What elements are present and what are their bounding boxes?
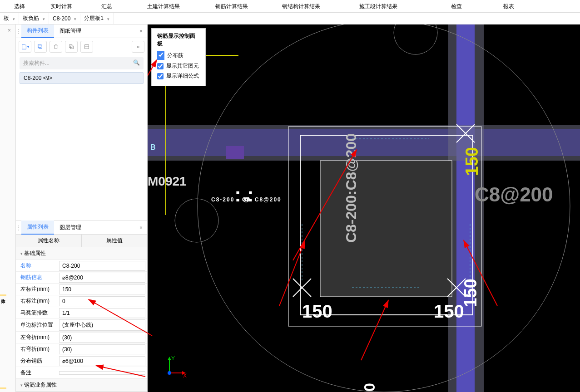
svg-text:X: X <box>183 372 187 378</box>
main-area: × 体验 体验 ⋮⋮ 构件列表 图纸管理 × ▾ » 搜索构件... <box>0 24 580 392</box>
prop-row: 备注 <box>16 367 147 379</box>
tag-left-1: 体验 <box>0 294 6 296</box>
svg-text:Y: Y <box>171 356 175 362</box>
prop-row: 右弯折(mm)(30) <box>16 343 147 355</box>
svg-rect-28 <box>226 146 244 159</box>
prop-name: 单边标注位置 <box>16 319 59 331</box>
canvas-drawing <box>148 24 580 392</box>
prop-row: 右标注(mm)0 <box>16 295 147 307</box>
axis-indicator: Y X <box>164 356 187 378</box>
more-icon[interactable]: » <box>132 41 144 53</box>
menu-bar: 选择实时计算汇总土建计算结果钢筋计算结果钢结构计算结果施工段计算结果检查报表 <box>0 0 580 13</box>
tag-left-2: 体验 <box>0 387 6 389</box>
menu-5[interactable]: 钢结构计算结果 <box>266 0 336 12</box>
close-icon[interactable]: × <box>135 225 147 231</box>
prop-value[interactable]: (支座中心线) <box>59 319 145 331</box>
search-input[interactable]: 搜索构件... 🔍 <box>20 57 144 69</box>
svg-rect-16 <box>320 161 452 297</box>
prop-row: 左标注(mm)150 <box>16 284 147 295</box>
svg-rect-8 <box>148 125 580 161</box>
upper-tabs: ⋮⋮ 构件列表 图纸管理 × <box>16 24 147 38</box>
svg-point-12 <box>394 24 437 54</box>
duplicate-icon[interactable] <box>65 41 78 53</box>
prop-value[interactable] <box>59 371 145 375</box>
close-icon[interactable]: × <box>8 27 11 34</box>
tab-drawing-mgmt[interactable]: 图纸管理 <box>54 24 87 38</box>
menu-0[interactable]: 选择 <box>0 0 39 12</box>
prop-name: 名称 <box>16 260 59 271</box>
prop-value[interactable]: ⌀8@200 <box>59 273 145 283</box>
checkbox-show-others[interactable]: 显示其它图元 <box>157 62 200 70</box>
svg-rect-9 <box>448 24 484 392</box>
canvas[interactable]: 钢筋显示控制面板 分布筋 显示其它图元 显示详细公式 <box>148 24 580 392</box>
svg-point-11 <box>175 199 218 242</box>
copy-icon[interactable] <box>34 41 47 53</box>
checkbox-dist-rebar[interactable]: 分布筋 <box>157 51 200 60</box>
section-basic[interactable]: 基础属性 <box>16 247 147 260</box>
prop-value[interactable]: 0 <box>59 296 145 306</box>
prop-name: 右弯折(mm) <box>16 343 59 355</box>
selector-rebar-type[interactable]: 板负筋 <box>19 13 49 24</box>
side-panel: ⋮⋮ 构件列表 图纸管理 × ▾ » 搜索构件... 🔍 C8-200 <9> <box>16 24 148 392</box>
selector-layer[interactable]: 分层板1 <box>80 13 114 24</box>
lower-tabs: ⋮⋮ 属性列表 图层管理 × <box>16 221 147 235</box>
prop-value[interactable]: 150 <box>59 284 145 294</box>
prop-value[interactable]: ⌀6@100 <box>59 356 145 366</box>
delete-icon[interactable] <box>50 41 62 53</box>
tab-component-list[interactable]: 构件列表 <box>21 24 54 38</box>
menu-4[interactable]: 钢筋计算结果 <box>198 0 266 12</box>
component-panel: ⋮⋮ 构件列表 图纸管理 × ▾ » 搜索构件... 🔍 C8-200 <9> <box>16 24 147 221</box>
menu-3[interactable]: 土建计算结果 <box>129 0 198 12</box>
list-item[interactable]: C8-200 <9> <box>20 72 144 84</box>
menu-7[interactable]: 检查 <box>420 0 493 12</box>
left-stub: × 体验 体验 <box>0 24 16 392</box>
layer-icon[interactable] <box>80 41 93 53</box>
properties-panel: ⋮⋮ 属性列表 图层管理 × 属性名称 属性值 基础属性 名称C8-200钢筋信… <box>16 221 147 392</box>
rebar-display-panel: 钢筋显示控制面板 分布筋 显示其它图元 显示详细公式 <box>151 28 206 86</box>
menu-2[interactable]: 汇总 <box>84 0 129 12</box>
tab-layer-mgmt[interactable]: 图层管理 <box>54 221 87 234</box>
component-toolbar: ▾ » <box>16 38 147 55</box>
drag-handle-icon[interactable]: ⋮⋮ <box>16 225 21 231</box>
prop-row: 单边标注位置(支座中心线) <box>16 319 147 332</box>
panel-title: 钢筋显示控制面板 <box>157 32 200 48</box>
prop-value[interactable]: (30) <box>59 344 145 354</box>
search-icon: 🔍 <box>133 59 140 67</box>
tab-properties[interactable]: 属性列表 <box>21 220 54 235</box>
prop-name: 右标注(mm) <box>16 295 59 307</box>
selector-board-type[interactable]: 板 <box>0 13 19 24</box>
prop-row: 左弯折(mm)(30) <box>16 332 147 343</box>
prop-row: 钢筋信息⌀8@200 <box>16 272 147 284</box>
prop-value[interactable]: 1/1 <box>59 308 145 318</box>
prop-name: 左弯折(mm) <box>16 332 59 343</box>
prop-header-value: 属性值 <box>82 235 147 247</box>
prop-row: 名称C8-200 <box>16 260 147 272</box>
selector-component[interactable]: C8-200 <box>49 14 80 24</box>
menu-8[interactable]: 报表 <box>493 0 525 12</box>
menu-1[interactable]: 实时计算 <box>39 0 84 12</box>
prop-header: 属性名称 属性值 <box>16 235 147 247</box>
checkbox-show-formula[interactable]: 显示详细公式 <box>157 72 200 80</box>
svg-rect-0 <box>39 45 42 49</box>
new-icon[interactable]: ▾ <box>19 41 31 53</box>
prop-value[interactable]: C8-200 <box>59 261 145 271</box>
svg-rect-1 <box>38 44 41 48</box>
prop-value[interactable]: (30) <box>59 333 145 343</box>
svg-point-36 <box>168 371 171 375</box>
prop-row: 分布钢筋⌀6@100 <box>16 355 147 367</box>
close-icon[interactable]: × <box>135 28 147 34</box>
prop-name: 备注 <box>16 367 59 378</box>
prop-header-name: 属性名称 <box>16 235 82 247</box>
prop-name: 马凳筋排数 <box>16 307 59 318</box>
drag-handle-icon[interactable]: ⋮⋮ <box>16 28 21 34</box>
prop-name: 钢筋信息 <box>16 272 59 283</box>
prop-name: 左标注(mm) <box>16 284 59 295</box>
prop-row: 马凳筋排数1/1 <box>16 307 147 319</box>
prop-name: 分布钢筋 <box>16 355 59 367</box>
menu-6[interactable]: 施工段计算结果 <box>336 0 420 12</box>
toolbar: 板 板负筋 C8-200 分层板1 <box>0 13 580 24</box>
section-biz[interactable]: 钢筋业务属性 <box>16 379 147 392</box>
